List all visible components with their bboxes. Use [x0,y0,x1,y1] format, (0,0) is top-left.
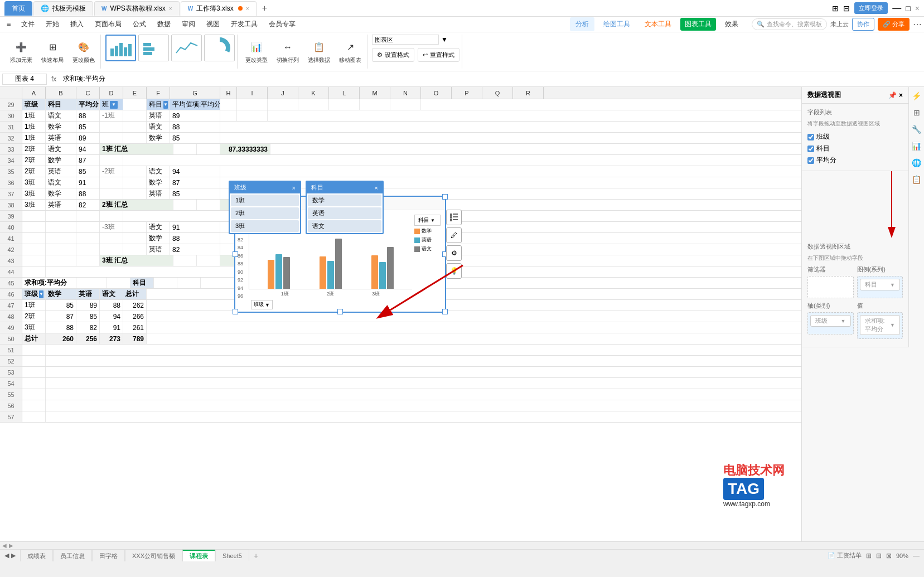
cell-32-D[interactable] [100,133,123,143]
cell-34-A[interactable]: 2班 [22,155,46,166]
tab-wps-close[interactable]: × [169,6,172,12]
cell-30-F[interactable]: 英语 [147,110,170,121]
menu-view[interactable]: 视图 [201,17,225,31]
select-data-button[interactable]: 📋 选择数据 [304,37,333,66]
cell-29-B[interactable]: 科目 [46,99,76,110]
cell-41-D[interactable] [100,233,123,244]
cell-29-A[interactable]: 班级 [22,99,46,110]
cell-31-B[interactable]: 数学 [46,122,76,132]
cell-45-A[interactable]: 求和项:平均分 [22,278,76,288]
cell-43-F[interactable] [197,255,220,266]
cell-29-F[interactable]: 科目 ▼ [147,99,170,110]
sheet-tab-xxx销售[interactable]: XXX公司销售额 [125,550,182,561]
sheet-tab-田字格[interactable]: 田字格 [92,550,125,561]
value-drop-zone[interactable]: 求和项:平均分 ▼ [857,312,903,339]
chart-settings-button[interactable]: ⚙ [446,245,462,261]
chart-preview-3[interactable] [171,35,202,61]
col-header-E[interactable]: E [123,87,147,99]
cell-55-A[interactable] [22,389,46,400]
cell-40-E[interactable] [123,222,147,232]
cell-30-C[interactable]: 88 [76,110,100,121]
filter-item-语文[interactable]: 语文 [308,220,381,232]
sheet-add-button[interactable]: + [249,550,263,561]
cell-39-A[interactable] [22,211,46,221]
share-button[interactable]: 🔗 分享 [878,18,910,31]
col-header-O[interactable]: O [421,87,452,99]
col-header-P[interactable]: P [452,87,482,99]
col-header-B[interactable]: B [46,87,76,99]
cell-29-E[interactable] [123,99,147,110]
cell-49-B[interactable]: 88 [46,322,76,333]
cell-37-G[interactable]: 85 [170,188,220,199]
col-header-L[interactable]: L [329,87,360,99]
view-mode-icon[interactable]: ⊟ [843,4,850,13]
filter-dropdown-29F[interactable]: ▼ [163,101,168,109]
col-header-R[interactable]: R [513,87,544,99]
cell-32-E[interactable] [123,133,147,143]
cell-37-F[interactable]: 英语 [147,188,170,199]
cell-39-C[interactable] [76,211,100,221]
cell-38-B[interactable]: 英语 [46,200,76,210]
formula-function-icon[interactable]: fx [49,75,59,83]
cell-29-N[interactable] [390,99,421,110]
col-header-C[interactable]: C [76,87,100,99]
menu-chart-tool[interactable]: 图表工具 [680,18,716,31]
panel-icon-5[interactable]: 🌐 [910,156,923,169]
cell-50-A[interactable]: 总计 [22,333,46,344]
switch-row-col-button[interactable]: ↔ 切换行列 [273,37,302,66]
col-header-Q[interactable]: Q [482,87,513,99]
cell-39-B[interactable] [46,211,76,221]
cell-49-D[interactable]: 91 [100,322,123,333]
zoom-slider[interactable]: — [913,552,920,560]
cell-32-G[interactable]: 85 [170,133,220,143]
chart-area-dropdown[interactable]: ▼ [441,36,448,43]
cell-36-F[interactable]: 数学 [147,177,170,188]
tab-current-close[interactable]: × [246,6,249,12]
col-header-F[interactable]: F [147,87,170,99]
cell-33-C[interactable]: 94 [76,144,100,154]
filter-item-3班[interactable]: 3班 [231,220,299,232]
signin-button[interactable]: 立即登录 [854,2,888,14]
menu-draw-tool[interactable]: 绘图工具 [598,17,636,31]
cell-50-E[interactable]: 789 [123,333,147,344]
formula-input[interactable] [61,74,922,84]
cell-29-H[interactable] [220,99,237,110]
cell-31-G[interactable]: 88 [170,122,220,132]
cell-40-D[interactable]: -3班 [100,222,123,232]
cell-40-A[interactable] [22,222,46,232]
cell-34-B[interactable]: 数学 [46,155,76,166]
new-tab-button[interactable]: + [258,1,272,16]
collab-button[interactable]: 协作 [852,18,874,31]
cell-31-F[interactable]: 语文 [147,122,170,132]
cell-35-D[interactable]: -2班 [100,166,123,177]
cell-42-A[interactable] [22,244,46,255]
close-btn-main[interactable]: × [915,4,920,13]
cell-36-G[interactable]: 87 [170,177,220,188]
menu-text-tool[interactable]: 文本工具 [639,17,677,31]
chart-handle-br[interactable] [442,309,448,314]
menu-effect[interactable]: 效果 [719,17,744,31]
cell-46-A[interactable]: 班级 ▼ [22,289,46,299]
value-pivot-item-dropdown[interactable]: ▼ [890,322,895,328]
chart-handle-bl[interactable] [233,309,238,314]
cell-30-D[interactable]: -1班 [100,110,123,121]
cell-42-G[interactable]: 82 [170,244,220,255]
cell-36-A[interactable]: 3班 [22,177,46,188]
cell-47-B[interactable]: 85 [46,300,76,311]
sheet-nav-right[interactable]: ▶ [11,552,16,559]
cell-38-A[interactable]: 3班 [22,200,46,210]
cell-42-F[interactable]: 英语 [147,244,170,255]
cell-35-A[interactable]: 2班 [22,166,46,177]
menu-dev-tools[interactable]: 开发工具 [225,17,263,31]
cell-46-D[interactable]: 语文 [100,289,123,299]
cell-36-C[interactable]: 91 [76,177,100,188]
change-type-button[interactable]: 📊 更改类型 [242,37,271,66]
cell-37-E[interactable] [123,188,147,199]
cell-30-B[interactable]: 语文 [46,110,76,121]
cell-29-J[interactable] [268,99,298,110]
filter-box-2-close[interactable]: × [375,185,378,191]
legend-pivot-item-dropdown[interactable]: ▼ [890,282,895,288]
cell-38-E[interactable] [173,200,197,210]
tab-template[interactable]: 🌐 找板壳模板 [33,1,93,16]
screen-mode-icon[interactable]: ⊞ [832,4,839,13]
